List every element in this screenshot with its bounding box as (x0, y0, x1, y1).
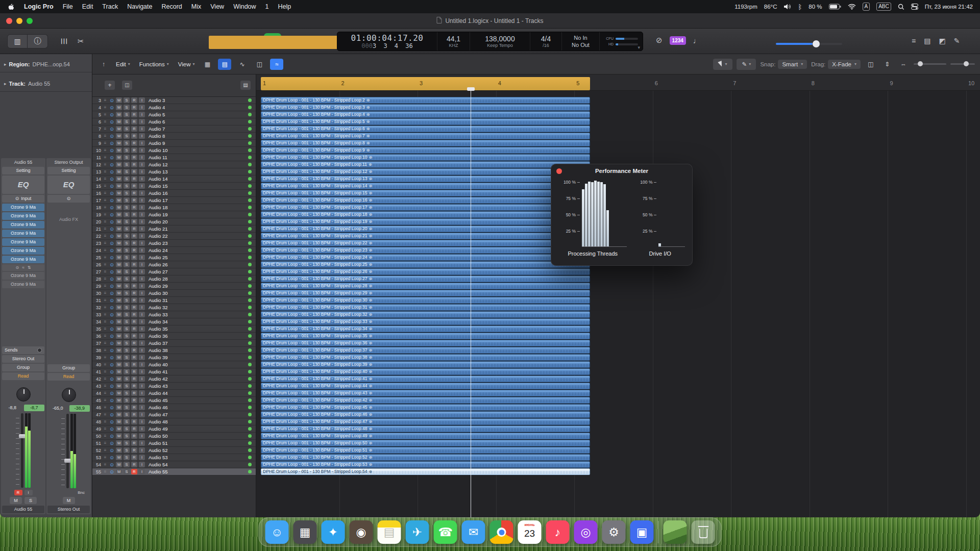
dock-item-settings[interactable]: ⚙ (602, 520, 626, 544)
mute-button[interactable]: M (116, 205, 122, 210)
horizontal-zoom-icon[interactable]: ⇔ (897, 59, 910, 70)
track-power-icon[interactable]: ⊙ (109, 427, 114, 432)
track-header-row[interactable]: 23≡⊙MSRIAudio 23 (92, 240, 256, 247)
audio-region[interactable]: DPHE Drum Loop - 001 - 130 BPM - Strippe… (261, 276, 590, 282)
output-slot[interactable]: Stereo Out (2, 355, 44, 363)
input-monitor-button[interactable]: I (139, 326, 145, 332)
spotlight-icon[interactable] (898, 4, 904, 10)
plugin-slot[interactable]: Ozone 9 Ma (2, 204, 44, 211)
mute-button[interactable]: M (116, 455, 122, 460)
toolbar-list-icon[interactable]: ≡ (912, 37, 916, 45)
control-center-icon[interactable] (911, 4, 918, 10)
record-enable-button[interactable]: R (131, 140, 137, 146)
performance-meter-window[interactable]: Performance Meter 100 %75 %50 %25 % Proc… (551, 164, 693, 266)
audio-region[interactable]: DPHE Drum Loop - 001 - 130 BPM - Strippe… (261, 311, 590, 318)
disclosure-triangle-icon[interactable]: ▸ (4, 81, 7, 86)
track-header-row[interactable]: 24≡⊙MSRIAudio 24 (92, 247, 256, 254)
group-slot[interactable]: Group (47, 364, 90, 372)
input-monitor-button[interactable]: I (139, 340, 145, 346)
solo-button[interactable]: S (124, 433, 130, 439)
track-power-icon[interactable]: ⊙ (109, 255, 114, 260)
record-enable-button[interactable]: R (131, 255, 137, 260)
solo-button[interactable]: S (124, 169, 130, 174)
mute-button[interactable]: M (116, 312, 122, 317)
vertical-zoom-icon[interactable]: ⇕ (881, 59, 893, 70)
track-header-row[interactable]: 34≡⊙MSRIAudio 34 (92, 318, 256, 325)
ctrl-menu[interactable]: View▾ (176, 60, 197, 68)
track-power-icon[interactable]: ⊙ (109, 448, 114, 453)
track-power-icon[interactable]: ⊙ (109, 169, 114, 174)
zoom-slider-v[interactable] (950, 63, 975, 65)
mute-button[interactable]: M (116, 355, 122, 360)
audio-region[interactable]: DPHE Drum Loop - 001 - 130 BPM - Strippe… (261, 154, 590, 161)
dock-item-launchpad[interactable]: ▦ (293, 520, 317, 544)
record-enable-button[interactable]: R (131, 219, 137, 224)
solo-button[interactable]: S (124, 126, 130, 132)
input-monitor-button[interactable]: I (139, 197, 145, 203)
input-monitor-button[interactable]: I (139, 440, 145, 446)
input-monitor-button[interactable]: I (139, 105, 145, 110)
mute-button[interactable]: M (116, 290, 122, 296)
input-monitor-button[interactable]: I (139, 469, 145, 474)
audio-region[interactable]: DPHE Drum Loop - 001 - 130 BPM - Strippe… (261, 468, 590, 475)
audio-region[interactable]: DPHE Drum Loop - 001 - 130 BPM - Strippe… (261, 118, 590, 125)
mute-button[interactable]: M (116, 112, 122, 117)
input-monitor-button[interactable]: I (139, 140, 145, 146)
track-power-icon[interactable]: ⊙ (109, 284, 114, 289)
solo-button[interactable]: S (124, 419, 130, 424)
track-header-row[interactable]: 19≡⊙MSRIAudio 19 (92, 211, 256, 218)
track-power-icon[interactable]: ⊙ (109, 334, 114, 339)
lcd-tempo[interactable]: 138,0000 Keep Tempo (470, 32, 530, 51)
mute-button[interactable]: M (116, 340, 122, 346)
mute-button[interactable]: M (116, 147, 122, 153)
audio-region[interactable]: DPHE Drum Loop - 001 - 130 BPM - Strippe… (261, 204, 590, 211)
mute-button[interactable]: M (116, 262, 122, 267)
input-monitor-button[interactable]: I (139, 347, 145, 353)
count-in-button[interactable]: 1234 (670, 36, 686, 45)
crossfade-icon[interactable]: ∿ (235, 59, 249, 70)
track-power-icon[interactable]: ⊙ (109, 391, 114, 396)
solo-button[interactable]: S (124, 376, 130, 382)
track-power-icon[interactable]: ⊙ (109, 369, 114, 374)
track-header-row[interactable]: 5≡⊙MSRIAudio 5 (92, 111, 256, 118)
audio-region[interactable]: DPHE Drum Loop - 001 - 130 BPM - Strippe… (261, 147, 590, 154)
mute-button[interactable]: M (116, 397, 122, 403)
record-enable-button[interactable]: R (131, 312, 137, 317)
input-monitor-button[interactable]: I (139, 390, 145, 396)
audio-region[interactable]: DPHE Drum Loop - 001 - 130 BPM - Strippe… (261, 211, 590, 218)
channel-setting-button[interactable]: Setting (47, 167, 90, 174)
mute-button[interactable]: M (116, 405, 122, 410)
title-bar[interactable]: Untitled 1.logicx - Untitled 1 - Tracks (0, 13, 980, 29)
track-header-row[interactable]: 15≡⊙MSRIAudio 15 (92, 183, 256, 190)
track-header-row[interactable]: 54≡⊙MSRIAudio 54 (92, 461, 256, 468)
audio-region[interactable]: DPHE Drum Loop - 001 - 130 BPM - Strippe… (261, 368, 590, 375)
record-enable-button[interactable]: R (131, 305, 137, 310)
record-enable-button[interactable]: R (131, 147, 137, 153)
input-monitor-button[interactable]: I (139, 162, 145, 167)
group-slot[interactable]: Group (2, 364, 44, 371)
record-enable-button[interactable]: R (131, 205, 137, 210)
track-power-icon[interactable]: ⊙ (109, 469, 114, 474)
record-enable-button[interactable]: R (14, 490, 22, 495)
track-power-icon[interactable]: ⊙ (109, 341, 114, 346)
track-header-row[interactable]: 39≡⊙MSRIAudio 39 (92, 354, 256, 361)
track-header-row[interactable]: 20≡⊙MSRIAudio 20 (92, 218, 256, 226)
regions-view-icon[interactable]: ▤ (218, 59, 231, 70)
input-monitor-button[interactable]: I (139, 190, 145, 196)
input-monitor-button[interactable]: I (139, 383, 145, 389)
track-power-icon[interactable]: ⊙ (109, 112, 114, 117)
track-header-row[interactable]: 11≡⊙MSRIAudio 11 (92, 154, 256, 161)
record-enable-button[interactable]: R (131, 133, 137, 139)
record-enable-button[interactable]: R (131, 397, 137, 403)
track-header-row[interactable]: 35≡⊙MSRIAudio 35 (92, 325, 256, 333)
mute-button[interactable]: M (116, 133, 122, 139)
solo-button[interactable]: S (124, 219, 130, 224)
channel-fader[interactable] (47, 413, 90, 489)
record-enable-button[interactable]: R (131, 369, 137, 374)
mute-button[interactable]: M (116, 197, 122, 203)
mute-button[interactable]: M (116, 119, 122, 124)
record-enable-button[interactable]: R (131, 247, 137, 253)
volume-icon[interactable] (783, 4, 791, 10)
audio-region[interactable]: DPHE Drum Loop - 001 - 130 BPM - Strippe… (261, 397, 590, 404)
solo-button[interactable]: S (124, 290, 130, 296)
